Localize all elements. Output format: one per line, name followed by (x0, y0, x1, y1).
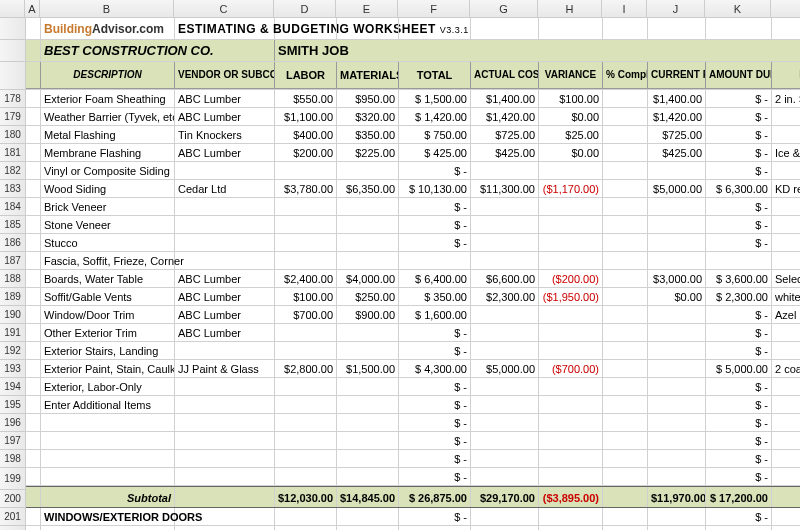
brand-row: BuildingAdvisor.com ESTIMATING & BUDGETI… (26, 18, 800, 40)
company-row: BEST CONSTRUCTION CO. SMITH JOB (26, 40, 800, 62)
table-row[interactable]: $ - $ - (26, 468, 800, 486)
table-row[interactable]: Soffit/Gable Vents ABC Lumber $100.00 $2… (26, 288, 800, 306)
table-row[interactable]: Exterior Stairs, Landing $ - $ - (26, 342, 800, 360)
spreadsheet-grid[interactable]: BuildingAdvisor.com ESTIMATING & BUDGETI… (26, 18, 800, 530)
subtotal-row: Subtotal $12,030.00 $14,845.00 $ 26,875.… (26, 486, 800, 508)
table-row[interactable]: Enter Additional Items $ - $ - (26, 396, 800, 414)
table-row[interactable]: Stone Veneer $ - $ - (26, 216, 800, 234)
table-row[interactable]: Wood Siding Cedar Ltd $3,780.00 $6,350.0… (26, 180, 800, 198)
table-row[interactable]: $ - $ - (26, 414, 800, 432)
table-row[interactable]: Exterior, Labor-Only $ - $ - (26, 378, 800, 396)
table-row[interactable]: Stucco $ - $ - (26, 234, 800, 252)
table-row[interactable]: Boards, Water Table ABC Lumber$2,400.00$… (26, 270, 800, 288)
table-row[interactable]: $ - $ - (26, 450, 800, 468)
table-row[interactable]: Fascia, Soffit, Frieze, Corner (26, 252, 800, 270)
table-row[interactable]: Membrane Flashing ABC Lumber $200.00 $22… (26, 144, 800, 162)
row-numbers: 1781791801811821831841851861871881891901… (0, 18, 26, 530)
table-row[interactable]: Exterior Paint, Stain, Caulk JJ Paint & … (26, 360, 800, 378)
table-row[interactable]: Window/Door Trim ABC Lumber $700.00 $900… (26, 306, 800, 324)
table-row[interactable]: $ - $ - (26, 432, 800, 450)
table-row[interactable]: Exterior Foam Sheathing ABC Lumber $550.… (26, 90, 800, 108)
table-row[interactable]: Vinyl or Composite Siding $ - $ - (26, 162, 800, 180)
header-row: DESCRIPTION VENDOR OR SUBCONTRACTOR LABO… (26, 62, 800, 90)
table-row[interactable]: Weather Barrier (Tyvek, etc.) ABC Lumber… (26, 108, 800, 126)
table-row[interactable]: Other Exterior Trim ABC Lumber $ - $ - (26, 324, 800, 342)
table-row[interactable]: Metal Flashing Tin Knockers $400.00 $350… (26, 126, 800, 144)
table-row[interactable]: Exterior Doors, Prehung $ - $ - (26, 526, 800, 530)
table-row[interactable]: Brick Veneer $ - $ - (26, 198, 800, 216)
section-header-row: WINDOWS/EXTERIOR DOORS $ - $ - (26, 508, 800, 526)
column-headers: A B C D E F G H I J K (0, 0, 800, 18)
